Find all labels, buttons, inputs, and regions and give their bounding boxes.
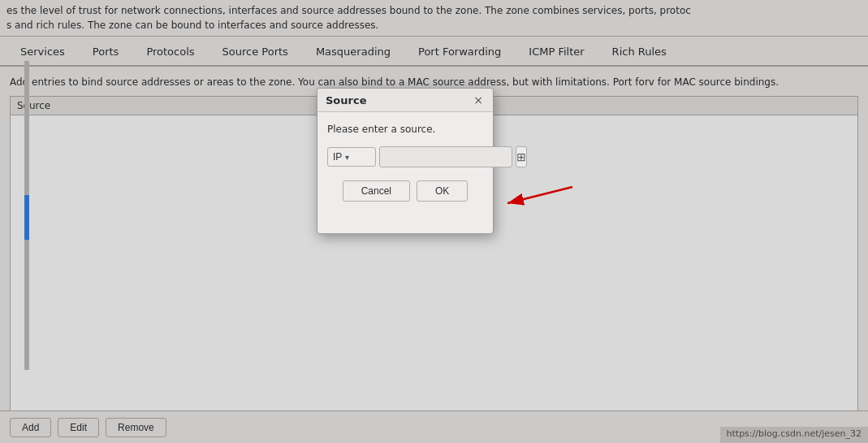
modal-prompt-text: Please enter a source. bbox=[327, 124, 483, 135]
modal-titlebar: Source × bbox=[317, 89, 493, 112]
modal-body: Please enter a source. IP ▾ ⊞ Cancel OK bbox=[317, 112, 493, 210]
modal-close-button[interactable]: × bbox=[472, 93, 485, 106]
source-input[interactable] bbox=[379, 146, 512, 167]
source-dialog: Source × Please enter a source. IP ▾ ⊞ bbox=[317, 88, 494, 234]
browse-icon: ⊞ bbox=[516, 150, 526, 163]
dropdown-arrow-icon: ▾ bbox=[345, 153, 349, 162]
ok-button[interactable]: OK bbox=[417, 180, 468, 202]
modal-overlay: Source × Please enter a source. IP ▾ ⊞ bbox=[0, 0, 868, 443]
ip-type-label: IP bbox=[333, 151, 342, 163]
browse-button[interactable]: ⊞ bbox=[516, 146, 527, 167]
red-arrow-annotation bbox=[483, 179, 581, 219]
modal-buttons: Cancel OK bbox=[327, 180, 483, 202]
modal-input-row: IP ▾ ⊞ bbox=[327, 146, 483, 167]
ip-type-dropdown[interactable]: IP ▾ bbox=[327, 147, 376, 167]
svg-line-1 bbox=[507, 187, 572, 203]
cancel-button[interactable]: Cancel bbox=[343, 180, 410, 202]
modal-title: Source bbox=[326, 94, 366, 106]
